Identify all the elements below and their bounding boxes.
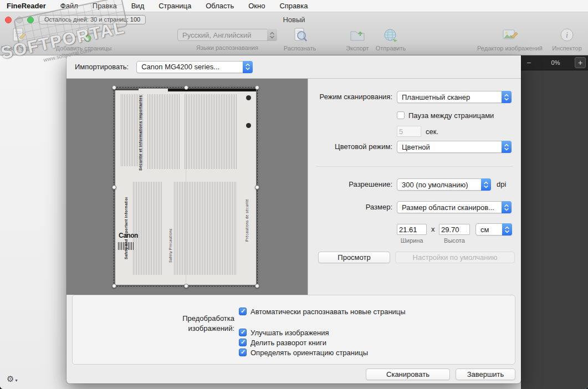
checkbox-label: Автоматически распознавать новые страниц…: [250, 308, 406, 316]
dialog-footer: Сканировать Завершить: [67, 365, 521, 383]
popup-arrows-icon: [243, 61, 253, 73]
width-caption: Ширина: [397, 237, 427, 244]
popup-arrows-icon: [481, 178, 491, 191]
pause-checkbox[interactable]: Пауза между страницами: [397, 110, 494, 120]
default-settings-button[interactable]: Настройки по умолчанию: [395, 252, 515, 263]
menu-help[interactable]: Справка: [279, 2, 308, 10]
scan-settings-pane: Режим сканирования: Планшетный сканер Па…: [308, 79, 521, 295]
color-mode-label: Цветовой режим:: [308, 142, 392, 151]
finish-button[interactable]: Завершить: [456, 368, 515, 380]
barcode: [118, 242, 135, 250]
checkbox-box: [239, 349, 247, 356]
add-pages-icon: [75, 25, 92, 43]
unit-select[interactable]: см: [475, 223, 512, 236]
divider: [316, 166, 513, 167]
image-editor-icon: [502, 25, 518, 43]
resolution-select[interactable]: 300 (по умолчанию): [397, 178, 491, 191]
toolbar-new-task-label: Новая зад...: [1, 45, 35, 52]
scan-heading-fr: Sécurité et informations importantes: [139, 93, 142, 171]
size-select[interactable]: Размер области сканиров...: [397, 201, 512, 213]
checkbox-split-spread[interactable]: Делить разворот книги: [239, 337, 326, 347]
checkbox-enhance-images[interactable]: Улучшать изображения: [239, 327, 329, 337]
export-icon: [349, 25, 366, 43]
menu-edit[interactable]: Правка: [93, 2, 117, 10]
size-label: Размер:: [308, 203, 392, 211]
toolbar-recognize-label: Распознать: [284, 45, 316, 52]
height-caption: Высота: [439, 237, 470, 244]
toolbar-language-group: Русский, Английский Языки распознавания: [177, 25, 277, 51]
menu-area[interactable]: Область: [206, 2, 234, 10]
language-select-value: Русский, Английский: [182, 31, 265, 39]
language-select[interactable]: Русский, Английский: [177, 29, 277, 41]
scan-text-block: [133, 182, 162, 275]
zoom-in-button[interactable]: +: [575, 57, 586, 68]
checkbox-box: [239, 329, 247, 336]
toolbar-image-editor-button[interactable]: Редактор изображений: [473, 25, 547, 52]
scan-mode-value: Планшетный сканер: [402, 93, 499, 101]
scan-mode-label: Режим сканирования:: [308, 93, 392, 101]
toolbar-send-button[interactable]: Отправить: [374, 25, 407, 52]
scan-brand-logo: Canon: [119, 232, 138, 239]
new-task-icon: [11, 25, 27, 43]
send-icon: [382, 25, 399, 43]
checkbox-label: Определять ориентацию страницы: [250, 349, 368, 357]
height-input[interactable]: [439, 224, 470, 235]
checkbox-label: Улучшать изображения: [250, 329, 329, 337]
toolbar-send-label: Отправить: [376, 45, 406, 52]
menu-window[interactable]: Окно: [248, 2, 265, 10]
menu-page[interactable]: Страница: [158, 2, 191, 10]
toolbar-inspector-button[interactable]: i Инспектор: [550, 25, 584, 52]
recognize-icon: [292, 25, 308, 43]
import-row: Импортировать: Canon MG4200 series...: [67, 55, 521, 79]
scan-artifact: [115, 89, 139, 90]
menu-view[interactable]: Вид: [131, 2, 145, 10]
pause-checkbox-label: Пауза между страницами: [408, 111, 494, 120]
toolbar-language-label: Языки распознавания: [196, 44, 258, 51]
toolbar-add-pages-label: Добавить страницы: [56, 45, 112, 52]
width-input[interactable]: [397, 224, 427, 235]
toolbar-inspector-label: Инспектор: [552, 45, 582, 52]
preview-button[interactable]: Просмотр: [318, 252, 390, 263]
toolbar-image-editor-label: Редактор изображений: [477, 45, 543, 52]
scan-safety-fr: Précautions de sécurité: [245, 176, 249, 242]
toolbar-new-task-button[interactable]: Новая зад...: [1, 25, 37, 52]
chevron-down-icon: ▾: [15, 378, 17, 384]
menu-bar: FineReader Файл Правка Вид Страница Обла…: [0, 0, 588, 12]
scan-dialog: Импортировать: Canon MG4200 series...: [67, 55, 521, 383]
window-toolbar: Осталось дней: 30 и страниц: 100 Новый Н…: [0, 12, 588, 55]
resolution-label: Разрешение:: [308, 180, 392, 188]
resolution-value: 300 (по умолчанию): [402, 181, 479, 189]
scan-button[interactable]: Сканировать: [366, 368, 450, 380]
popup-arrows-icon: [502, 141, 512, 153]
zoom-level: 0%: [536, 59, 575, 66]
import-label: Импортировать:: [75, 63, 129, 71]
checkbox-label: Делить разворот книги: [250, 339, 326, 347]
toolbar-add-pages-button[interactable]: Добавить страницы: [48, 25, 120, 52]
svg-text:i: i: [566, 31, 568, 39]
seconds-label: сек.: [426, 127, 438, 136]
checkbox-box: [239, 308, 247, 315]
popup-arrows-icon: [502, 91, 512, 103]
app-menu[interactable]: FineReader: [7, 2, 46, 10]
scanner-select[interactable]: Canon MG4200 series...: [136, 61, 253, 73]
inspector-icon: i: [559, 25, 575, 43]
pause-seconds-input[interactable]: [397, 126, 421, 137]
toolbar-recognize-button[interactable]: Распознать: [280, 25, 320, 52]
color-mode-select[interactable]: Цветной: [397, 141, 512, 153]
scan-mode-select[interactable]: Планшетный сканер: [397, 91, 512, 103]
checkbox-detect-orientation[interactable]: Определять ориентацию страницы: [239, 347, 368, 357]
zoom-out-button[interactable]: −: [521, 58, 536, 67]
menu-file[interactable]: Файл: [60, 2, 78, 10]
scan-safety-en: Safety Precautions: [168, 203, 172, 263]
checkbox-auto-recognize[interactable]: Автоматически распознавать новые страниц…: [239, 306, 406, 316]
scanned-page: Sécurité et informations importantes Saf…: [115, 89, 256, 285]
window-title: Новый: [0, 16, 588, 24]
toolbar-export-button[interactable]: Экспорт: [342, 25, 373, 52]
checkbox-box: [397, 111, 405, 119]
info-icon: [246, 95, 251, 100]
options-gear-button[interactable]: ⚙ ▾: [7, 374, 17, 384]
scan-heading-en: Safety and Important Information: [124, 197, 128, 259]
scan-text-block: [185, 94, 238, 169]
app-window: FineReader Файл Правка Вид Страница Обла…: [0, 0, 588, 389]
scan-text-block: [147, 94, 180, 169]
